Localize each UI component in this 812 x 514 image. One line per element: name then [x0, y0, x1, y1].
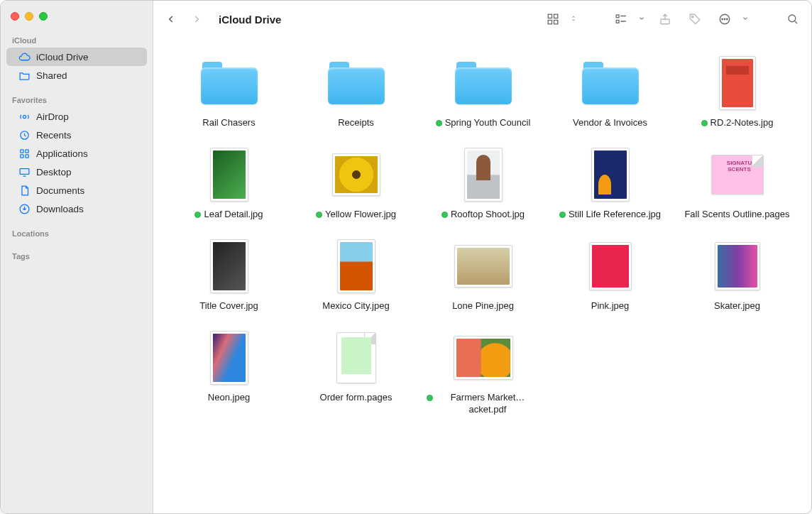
svg-point-0 [23, 115, 26, 118]
sidebar-section-title: Favorites [1, 92, 153, 107]
chevron-down-icon[interactable] [638, 15, 645, 23]
file-item[interactable]: Rooftop Shoot.jpg [422, 145, 544, 221]
svg-point-17 [722, 18, 723, 20]
svg-point-18 [724, 18, 725, 20]
file-thumbnail [454, 328, 513, 388]
sidebar-item-label: Downloads [36, 204, 84, 214]
zoom-window-button[interactable] [39, 12, 48, 21]
file-item[interactable]: Neon.jpeg [168, 328, 290, 416]
main-panel: iCloud Drive [153, 1, 811, 513]
file-item[interactable]: Lone Pine.jpeg [422, 236, 544, 312]
group-by-button[interactable] [611, 10, 631, 28]
file-name: Yellow Flower.jpg [325, 209, 396, 221]
file-name: Skater.jpeg [714, 300, 760, 312]
sidebar-section-title: Tags [1, 248, 153, 263]
sidebar-item-documents[interactable]: Documents [6, 181, 147, 199]
sidebar-item-recents[interactable]: Recents [6, 126, 147, 144]
file-item[interactable]: Spring Youth Council [422, 53, 544, 129]
file-item[interactable]: RD.2-Notes.jpg [676, 53, 799, 129]
forward-button[interactable] [187, 10, 206, 28]
file-thumbnail [327, 328, 386, 388]
file-thumbnail [327, 236, 386, 296]
sidebar-item-label: Shared [36, 70, 67, 81]
file-name: Still Life Reference.jpg [569, 209, 661, 221]
tag-dot-icon [559, 212, 566, 218]
sidebar-item-applications[interactable]: Applications [6, 144, 147, 163]
file-label-row: Vendor & Invoices [573, 117, 647, 129]
minimize-window-button[interactable] [25, 12, 33, 21]
file-label-row: RD.2-Notes.jpg [701, 117, 774, 129]
file-item[interactable]: Receipts [295, 53, 417, 129]
file-thumbnail [454, 236, 513, 296]
back-button[interactable] [162, 10, 180, 28]
file-item[interactable]: Yellow Flower.jpg [295, 145, 417, 221]
file-label-row: Spring Youth Council [436, 117, 531, 129]
sidebar-item-label: Recents [36, 130, 72, 141]
folder-icon [199, 53, 259, 113]
sidebar-item-icloud-drive[interactable]: iCloud Drive [6, 48, 147, 66]
file-item[interactable]: Mexico City.jpeg [295, 236, 417, 312]
file-item[interactable]: Rail Chasers [168, 53, 290, 129]
file-thumbnail [199, 145, 259, 204]
file-label-row: Leaf Detail.jpg [194, 209, 263, 221]
file-label-row: Rooftop Shoot.jpg [441, 209, 525, 221]
file-name: Spring Youth Council [445, 117, 531, 129]
file-name: Neon.jpeg [208, 392, 250, 404]
file-name: Mexico City.jpeg [322, 300, 389, 312]
file-name: Pink.jpeg [591, 300, 629, 312]
tag-dot-icon [701, 120, 708, 126]
file-thumbnail [454, 145, 513, 204]
tag-dot-icon [441, 212, 448, 218]
file-item[interactable]: Still Life Reference.jpg [549, 145, 671, 221]
file-thumbnail [199, 328, 259, 388]
tag-dot-icon [427, 395, 433, 401]
chevron-down-icon[interactable] [742, 15, 749, 23]
chevron-updown-icon[interactable] [570, 13, 577, 25]
sidebar-item-desktop[interactable]: Desktop [6, 163, 147, 181]
svg-point-19 [727, 18, 728, 20]
svg-rect-3 [25, 149, 28, 152]
sidebar-item-label: Documents [36, 185, 84, 196]
sidebar-item-airdrop[interactable]: AirDrop [6, 107, 147, 126]
file-item[interactable]: SIGNATU SCENTSFall Scents Outline.pages [676, 145, 799, 221]
file-thumbnail [327, 145, 386, 204]
file-thumbnail: SIGNATU SCENTS [708, 145, 767, 204]
file-label-row: Rail Chasers [202, 117, 255, 129]
search-button[interactable] [783, 10, 803, 28]
file-label-row: Skater.jpeg [714, 300, 760, 312]
file-item[interactable]: Leaf Detail.jpg [168, 145, 290, 221]
file-item[interactable]: Vendor & Invoices [549, 53, 671, 129]
file-name: RD.2-Notes.jpg [710, 117, 774, 129]
svg-rect-5 [25, 154, 28, 157]
close-window-button[interactable] [11, 12, 19, 21]
window-title: iCloud Drive [219, 13, 536, 26]
file-label-row: Neon.jpeg [208, 392, 250, 404]
file-item[interactable]: Order form.pages [295, 328, 417, 416]
sidebar-item-downloads[interactable]: Downloads [6, 199, 147, 218]
sidebar-item-shared[interactable]: Shared [6, 66, 147, 84]
svg-rect-12 [616, 15, 619, 18]
downloads-icon [18, 202, 31, 215]
file-label-row: Still Life Reference.jpg [559, 209, 661, 221]
share-button[interactable] [655, 10, 675, 28]
view-mode-button[interactable] [543, 10, 563, 28]
file-name: Receipts [338, 117, 374, 129]
svg-rect-6 [20, 168, 29, 174]
file-item[interactable]: Skater.jpeg [676, 236, 799, 312]
folder-icon [581, 53, 640, 113]
tags-button[interactable] [685, 10, 705, 28]
file-item[interactable]: Title Cover.jpg [168, 236, 290, 312]
cloud-icon [18, 50, 31, 63]
svg-rect-2 [20, 149, 23, 152]
more-actions-button[interactable] [715, 10, 735, 28]
svg-point-20 [789, 15, 796, 22]
apps-icon [18, 147, 31, 160]
file-name: Rail Chasers [202, 117, 255, 129]
svg-rect-9 [554, 14, 558, 18]
file-grid-area: Rail ChasersReceiptsSpring Youth Council… [153, 38, 811, 513]
file-item[interactable]: Farmers Market…acket.pdf [422, 328, 544, 416]
folder-icon [327, 53, 386, 113]
file-item[interactable]: Pink.jpeg [549, 236, 671, 312]
file-label-row: Pink.jpeg [591, 300, 629, 312]
file-grid: Rail ChasersReceiptsSpring Youth Council… [168, 53, 799, 415]
